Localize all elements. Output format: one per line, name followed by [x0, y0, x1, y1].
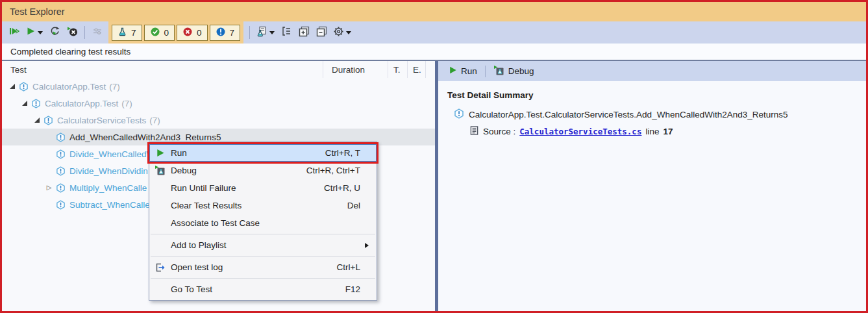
- menu-item-shortcut: Ctrl+R, T: [325, 148, 377, 158]
- menu-item-shortcut: F12: [345, 284, 377, 294]
- detail-toolbar-separator: [485, 66, 486, 77]
- menu-item-label: Clear Test Results: [171, 201, 347, 210]
- failed-tests-filter[interactable]: 0: [177, 25, 208, 41]
- run-icon: [149, 148, 171, 158]
- passed-icon: [150, 27, 160, 39]
- not-run-tests-filter[interactable]: 7: [210, 25, 241, 41]
- not-run-test-icon: [454, 108, 464, 121]
- detail-debug-button[interactable]: Debug: [490, 63, 538, 80]
- menu-item-clear-test-results[interactable]: Clear Test ResultsDel: [149, 197, 377, 214]
- tree-row-label: Subtract_WhenCalle: [69, 200, 150, 210]
- repeat-run-icon: [49, 26, 60, 39]
- menu-item-label: Debug: [171, 166, 306, 175]
- menu-item-label: Run Until Failure: [171, 183, 324, 193]
- group-by-icon: [281, 26, 291, 39]
- not-run-test-icon: [56, 132, 66, 142]
- run-icon: [449, 66, 457, 77]
- menu-item-open-test-log[interactable]: Open test logCtrl+L: [149, 258, 377, 276]
- menu-item-go-to-test[interactable]: Go To TestF12: [149, 281, 377, 298]
- collapsed-arrow-icon[interactable]: ▷: [44, 184, 54, 191]
- detail-content: Test Detail Summary CalculatorApp.Test.C…: [438, 81, 866, 138]
- expanded-arrow-icon[interactable]: [32, 118, 42, 123]
- detail-summary-title: Test Detail Summary: [447, 90, 860, 100]
- column-header-duration[interactable]: Duration: [323, 61, 388, 78]
- status-message: Completed clearing test results: [10, 47, 130, 56]
- not-run-test-icon: [56, 183, 66, 193]
- menu-item-associate-to-test-case[interactable]: Associate to Test Case: [149, 214, 377, 232]
- run-all-icon: [9, 26, 20, 39]
- run-all-button[interactable]: [6, 24, 22, 41]
- playlist-icon: [256, 26, 267, 40]
- window-titlebar[interactable]: Test Explorer: [2, 2, 866, 21]
- test-explorer-window: Test Explorer: [0, 0, 868, 313]
- context-menu: RunCtrl+R, TDebugCtrl+R, Ctrl+TRun Until…: [149, 142, 377, 301]
- run-icon: [26, 26, 36, 39]
- menu-item-shortcut: Ctrl+R, Ctrl+T: [306, 166, 377, 175]
- tree-group-row[interactable]: CalculatorServiceTests(7): [2, 112, 435, 129]
- failed-icon: [182, 27, 193, 39]
- source-label: Source :: [483, 127, 515, 136]
- passed-tests-filter[interactable]: 0: [144, 25, 175, 41]
- settings-button[interactable]: [331, 24, 353, 41]
- cancel-run-button[interactable]: [64, 24, 80, 41]
- repeat-last-run-button[interactable]: [47, 24, 62, 41]
- menu-item-label: Run: [171, 148, 325, 158]
- detail-debug-label: Debug: [508, 66, 534, 76]
- settings-gear-icon: [333, 26, 344, 40]
- tree-row-label: CalculatorServiceTests: [57, 116, 146, 125]
- detail-toolbar: Run Debug: [438, 61, 866, 81]
- settings-dropdown-caret: [346, 31, 351, 34]
- tree-row-label: Add_WhenCalledWith2And3_Returns5: [69, 132, 221, 142]
- playlist-button[interactable]: [254, 24, 277, 41]
- not-run-test-icon: [56, 166, 66, 176]
- playlist-dropdown-caret: [269, 31, 275, 34]
- submenu-arrow-icon: [365, 243, 369, 248]
- run-button[interactable]: [24, 24, 45, 41]
- column-header-traits[interactable]: T.: [388, 61, 408, 78]
- menu-item-debug[interactable]: DebugCtrl+R, Ctrl+T: [149, 162, 377, 179]
- total-tests-filter[interactable]: 7: [112, 25, 142, 41]
- not-run-test-icon: [56, 200, 66, 210]
- menu-item-add-to-playlist[interactable]: Add to Playlist: [149, 236, 377, 254]
- menu-separator: [151, 256, 375, 257]
- toolbar: 7 0 0 7: [2, 21, 866, 44]
- options-icon: [92, 26, 103, 39]
- column-header-test[interactable]: Test: [2, 61, 323, 78]
- not-run-test-icon: [19, 82, 29, 92]
- column-header-error[interactable]: E.: [408, 61, 426, 78]
- tree-row-label: CalculatorApp.Test: [32, 82, 106, 92]
- not-run-test-icon: [56, 149, 66, 159]
- expand-all-button[interactable]: [296, 24, 312, 41]
- detail-run-button[interactable]: Run: [445, 64, 481, 79]
- source-file-link[interactable]: CalculatorServiceTests.cs: [519, 127, 641, 136]
- expanded-arrow-icon[interactable]: [19, 101, 29, 106]
- toolbar-separator: [84, 26, 85, 39]
- test-count-filters: 7 0 0 7: [108, 21, 243, 44]
- expanded-arrow-icon[interactable]: [7, 84, 17, 89]
- not-run-test-icon: [43, 116, 53, 125]
- line-label: line: [645, 127, 659, 136]
- expand-all-icon: [299, 26, 310, 40]
- collapse-all-button[interactable]: [314, 24, 329, 41]
- collapse-all-icon: [316, 26, 327, 40]
- menu-item-run[interactable]: RunCtrl+R, T: [149, 144, 377, 162]
- status-bar: Completed clearing test results: [2, 44, 866, 61]
- menu-item-run-until-failure[interactable]: Run Until FailureCtrl+R, U: [149, 179, 377, 197]
- cancel-run-icon: [67, 26, 78, 40]
- not-run-tests-count: 7: [230, 28, 235, 38]
- menu-item-label: Go To Test: [171, 284, 345, 294]
- tree-group-row[interactable]: CalculatorApp.Test(7): [2, 95, 435, 112]
- passed-tests-count: 0: [164, 28, 169, 38]
- total-tests-count: 7: [131, 28, 136, 38]
- group-by-button[interactable]: [279, 24, 294, 41]
- line-number: 17: [663, 127, 673, 136]
- open-log-icon: [149, 262, 171, 273]
- tree-row-label: CalculatorApp.Test: [45, 99, 118, 108]
- detail-pane: Run Debug Test Detail Summary Calculator…: [438, 61, 866, 312]
- tree-group-row[interactable]: CalculatorApp.Test(7): [2, 78, 435, 95]
- menu-separator: [151, 278, 375, 279]
- menu-item-label: Add to Playlist: [171, 240, 365, 250]
- detail-test-row: CalculatorApp.Test.CalculatorServiceTest…: [447, 108, 860, 121]
- tree-row-label: Divide_WhenDividin: [69, 166, 148, 176]
- menu-item-label: Associate to Test Case: [171, 218, 377, 228]
